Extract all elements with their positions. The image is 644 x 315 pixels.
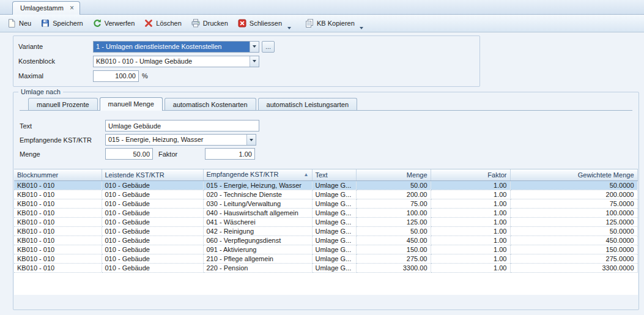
grid-cell[interactable]: 50.0000 — [510, 180, 637, 190]
new-document-button[interactable]: Neu — [2, 17, 35, 31]
grid-cell[interactable]: 150.00 — [356, 245, 431, 254]
grid-cell[interactable]: KB010 - 010 — [14, 254, 102, 263]
grid-cell[interactable]: 275.0000 — [510, 254, 637, 263]
grid-row[interactable]: KB010 - 010010 - Gebäude030 - Leitung/Ve… — [14, 199, 637, 208]
grid-row[interactable]: KB010 - 010010 - Gebäude040 - Hauswirtsc… — [14, 208, 637, 217]
grid-cell[interactable]: 1.00 — [431, 226, 510, 235]
grid-cell[interactable]: 50.00 — [356, 226, 431, 235]
variante-combobox[interactable]: 1 - Umlagen dienstleistende Kostenstelle… — [93, 41, 259, 53]
grid-cell[interactable]: 1.00 — [431, 245, 510, 254]
grid-cell[interactable]: 030 - Leitung/Verwaltung — [203, 199, 312, 208]
grid-row[interactable]: KB010 - 010010 - Gebäude091 - Aktivierun… — [14, 245, 637, 254]
grid-cell[interactable]: 275.00 — [356, 254, 431, 263]
printer-button[interactable]: Drucken — [187, 17, 232, 31]
copy-button[interactable]: KB Kopieren — [300, 17, 359, 31]
grid-cell[interactable]: 100.0000 — [510, 208, 637, 217]
grid-cell[interactable]: 1.00 — [431, 263, 510, 272]
save-button[interactable]: Speichern — [36, 17, 87, 31]
grid-cell[interactable]: Umlage G... — [312, 263, 356, 272]
toolbar-overflow-button-2[interactable] — [359, 16, 365, 31]
grid-cell[interactable]: 200.00 — [356, 190, 431, 199]
grid-cell[interactable]: 010 - Gebäude — [102, 190, 203, 199]
grid-cell[interactable]: 040 - Hauswirtschaft allgemein — [203, 208, 312, 217]
kostenblock-dropdown-button[interactable] — [250, 56, 259, 67]
grid-cell[interactable]: 015 - Energie, Heizung, Wasser — [203, 180, 312, 190]
close-window-button[interactable]: Schliessen — [233, 17, 286, 31]
toolbar-overflow-button[interactable] — [286, 16, 292, 31]
grid-cell[interactable]: 450.00 — [356, 235, 431, 245]
grid-cell[interactable]: 50.00 — [356, 180, 431, 190]
grid-cell[interactable]: Umlage G... — [312, 235, 356, 245]
grid-cell[interactable]: 1.00 — [431, 254, 510, 263]
grid-row[interactable]: KB010 - 010010 - Gebäude015 - Energie, H… — [14, 180, 637, 190]
grid-cell[interactable]: 75.0000 — [510, 199, 637, 208]
kostenblock-combobox[interactable]: KB010 - 010 - Umlage Gebäude — [93, 56, 259, 67]
grid-row[interactable]: KB010 - 010010 - Gebäude042 - ReinigungU… — [14, 226, 637, 235]
grid-cell[interactable]: KB010 - 010 — [14, 245, 102, 254]
grid-cell[interactable]: Umlage G... — [312, 208, 356, 217]
variante-value[interactable]: 1 - Umlagen dienstleistende Kostenstelle… — [94, 42, 250, 52]
grid-cell[interactable]: 091 - Aktivierung — [203, 245, 312, 254]
grid-cell[interactable]: 1.00 — [431, 217, 510, 226]
undo-button[interactable]: Verwerfen — [88, 17, 139, 31]
column-header-menge[interactable]: Menge — [356, 169, 431, 180]
grid-cell[interactable]: KB010 - 010 — [14, 180, 102, 190]
grid-cell[interactable]: KB010 - 010 — [14, 199, 102, 208]
grid-row[interactable]: KB010 - 010010 - Gebäude220 - PensionUml… — [14, 263, 637, 272]
column-header-leistende-kst-ktr[interactable]: Leistende KST/KTR — [102, 169, 203, 180]
grid-row[interactable]: KB010 - 010010 - Gebäude020 - Technische… — [14, 190, 637, 199]
grid-cell[interactable]: 220 - Pension — [203, 263, 312, 272]
variante-dropdown-button[interactable] — [250, 42, 259, 52]
tab-umlagestamm[interactable]: Umlagestamm × — [12, 1, 80, 15]
grid-cell[interactable]: 020 - Technische Dienste — [203, 190, 312, 199]
grid-cell[interactable]: KB010 - 010 — [14, 217, 102, 226]
column-header-gewichtete-menge[interactable]: Gewichtete Menge — [510, 169, 637, 180]
grid-cell[interactable]: 210 - Pflege allgemein — [203, 254, 312, 263]
grid-cell[interactable]: Umlage G... — [312, 180, 356, 190]
grid-cell[interactable]: KB010 - 010 — [14, 235, 102, 245]
grid-cell[interactable]: 75.00 — [356, 199, 431, 208]
tab-manuell-menge[interactable]: manuell Menge — [100, 97, 163, 111]
grid-cell[interactable]: KB010 - 010 — [14, 226, 102, 235]
grid-cell[interactable]: 450.0000 — [510, 235, 637, 245]
tab-automatisch-kostenarten[interactable]: automatisch Kostenarten — [165, 98, 256, 110]
column-header-blocknummer[interactable]: Blocknummer — [14, 169, 102, 180]
variante-browse-button[interactable]: ... — [262, 41, 275, 53]
grid-cell[interactable]: 150.0000 — [510, 245, 637, 254]
column-header-empfangende-kst-ktr[interactable]: ▲Empfangende KST/KTR — [203, 169, 312, 180]
grid-cell[interactable]: 010 - Gebäude — [102, 199, 203, 208]
grid-cell[interactable]: 060 - Verpflegungsdienst — [203, 235, 312, 245]
grid-row[interactable]: KB010 - 010010 - Gebäude210 - Pflege all… — [14, 254, 637, 263]
grid-row[interactable]: KB010 - 010010 - Gebäude041 - WäschereiU… — [14, 217, 637, 226]
grid-cell[interactable]: 010 - Gebäude — [102, 217, 203, 226]
menge-input[interactable] — [105, 148, 153, 160]
delete-cross-button[interactable]: Löschen — [139, 17, 186, 31]
grid-cell[interactable]: 010 - Gebäude — [102, 254, 203, 263]
empfangende-kst-combobox[interactable]: 015 - Energie, Heizung, Wasser — [105, 134, 256, 146]
grid-cell[interactable]: KB010 - 010 — [14, 190, 102, 199]
grid-cell[interactable]: 50.0000 — [510, 226, 637, 235]
grid-cell[interactable]: 1.00 — [431, 208, 510, 217]
grid-cell[interactable]: 125.0000 — [510, 217, 637, 226]
grid-cell[interactable]: 3300.0000 — [510, 263, 637, 272]
tab-manuell-prozente[interactable]: manuell Prozente — [28, 98, 98, 110]
grid-cell[interactable]: 042 - Reinigung — [203, 226, 312, 235]
grid-cell[interactable]: 010 - Gebäude — [102, 263, 203, 272]
grid-cell[interactable]: 010 - Gebäude — [102, 180, 203, 190]
faktor-input[interactable] — [205, 148, 255, 160]
grid-cell[interactable]: 1.00 — [431, 199, 510, 208]
empfangende-kst-dropdown-button[interactable] — [246, 135, 256, 145]
maximal-input[interactable] — [93, 70, 139, 82]
grid-cell[interactable]: Umlage G... — [312, 199, 356, 208]
kostenblock-value[interactable]: KB010 - 010 - Umlage Gebäude — [94, 56, 250, 67]
grid-cell[interactable]: 010 - Gebäude — [102, 208, 203, 217]
grid-cell[interactable]: 041 - Wäscherei — [203, 217, 312, 226]
grid-cell[interactable]: 1.00 — [431, 190, 510, 199]
grid-cell[interactable]: 010 - Gebäude — [102, 226, 203, 235]
grid-cell[interactable]: Umlage G... — [312, 245, 356, 254]
grid-cell[interactable]: 1.00 — [431, 180, 510, 190]
grid-cell[interactable]: Umlage G... — [312, 190, 356, 199]
grid-row[interactable]: KB010 - 010010 - Gebäude060 - Verpflegun… — [14, 235, 637, 245]
grid-cell[interactable]: 1.00 — [431, 235, 510, 245]
grid-cell[interactable]: Umlage G... — [312, 226, 356, 235]
